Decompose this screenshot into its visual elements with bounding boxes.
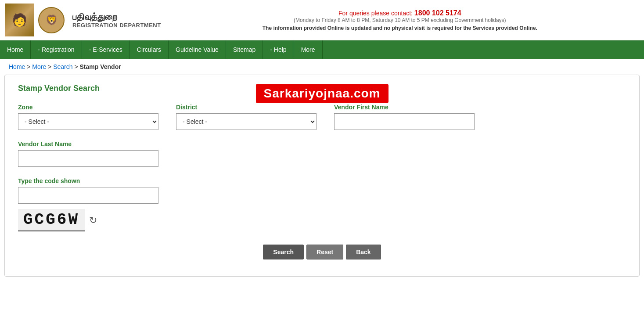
vendor-first-name-label: Vendor First Name xyxy=(334,104,475,111)
search-button[interactable]: Search xyxy=(263,245,304,259)
nav-sitemap[interactable]: Sitemap xyxy=(226,40,263,59)
logo-circle: 🦁 xyxy=(38,7,65,33)
captcha-input[interactable] xyxy=(18,187,158,204)
nav-home[interactable]: Home xyxy=(0,40,31,59)
back-button[interactable]: Back xyxy=(346,245,381,259)
vendor-last-name-label: Vendor Last Name xyxy=(18,140,158,148)
vendor-last-name-input[interactable] xyxy=(18,150,158,167)
district-group: District - Select - xyxy=(176,104,317,130)
watermark: Sarkariyojnaa.com xyxy=(255,84,388,103)
header-center: For queries please contact: 1800 102 517… xyxy=(161,9,639,31)
breadcrumb-current: Stamp Vendor xyxy=(80,63,121,70)
nav-bar: Home - Registration - E-Services Circula… xyxy=(0,40,644,59)
contact-info: For queries please contact: 1800 102 517… xyxy=(161,9,639,17)
nav-circulars[interactable]: Circulars xyxy=(130,40,169,59)
zone-select[interactable]: - Select - xyxy=(18,113,158,130)
breadcrumb: Home > More > Search > Stamp Vendor xyxy=(0,59,644,75)
captcha-refresh-icon[interactable]: ↻ xyxy=(89,215,97,226)
nav-more[interactable]: More xyxy=(294,40,323,59)
district-label: District xyxy=(176,104,317,111)
vendor-last-name-group: Vendor Last Name xyxy=(18,140,158,167)
form-row-3: Type the code shown GCG6W ↻ xyxy=(18,177,626,231)
vendor-first-name-input[interactable] xyxy=(334,113,475,130)
form-row-2: Vendor Last Name xyxy=(18,140,626,167)
nav-eservices[interactable]: - E-Services xyxy=(82,40,130,59)
captcha-display: GCG6W ↻ xyxy=(18,209,158,231)
contact-label: For queries please contact: xyxy=(338,10,413,17)
district-select[interactable]: - Select - xyxy=(176,113,317,130)
zone-label: Zone xyxy=(18,104,158,111)
captcha-group: Type the code shown GCG6W ↻ xyxy=(18,177,158,231)
nav-help[interactable]: - Help xyxy=(263,40,294,59)
buttons-row: Search Reset Back xyxy=(18,245,626,259)
breadcrumb-search[interactable]: Search xyxy=(53,63,72,70)
hours-info: (Monday to Friday 8 AM to 8 PM, Saturday… xyxy=(161,17,639,23)
captcha-label: Type the code shown xyxy=(18,177,158,184)
main-content: Sarkariyojnaa.com Stamp Vendor Search Zo… xyxy=(4,75,640,277)
vendor-first-name-group: Vendor First Name xyxy=(334,104,475,130)
phone-number: 1800 102 5174 xyxy=(414,9,461,17)
avatar: 🧑 xyxy=(5,4,34,36)
logo-icon: 🦁 xyxy=(46,14,58,26)
nav-guideline[interactable]: Guideline Value xyxy=(169,40,226,59)
header: 🧑 🦁 பதிவுத்துறை REGISTRATION DEPARTMENT … xyxy=(0,0,644,40)
tamil-title: பதிவுத்துறை xyxy=(72,12,161,22)
reset-button[interactable]: Reset xyxy=(306,245,343,259)
header-title: பதிவுத்துறை REGISTRATION DEPARTMENT xyxy=(72,12,161,29)
eng-title: REGISTRATION DEPARTMENT xyxy=(72,22,161,29)
header-notice: The information provided Online is updat… xyxy=(161,25,639,31)
zone-group: Zone - Select - xyxy=(18,104,158,130)
form-row-1: Zone - Select - District - Select - Vend… xyxy=(18,104,626,130)
breadcrumb-more[interactable]: More xyxy=(32,63,46,70)
nav-registration[interactable]: - Registration xyxy=(31,40,82,59)
captcha-text: GCG6W xyxy=(18,209,85,231)
header-left: 🧑 🦁 பதிவுத்துறை REGISTRATION DEPARTMENT xyxy=(5,4,161,36)
breadcrumb-home[interactable]: Home xyxy=(9,63,25,70)
